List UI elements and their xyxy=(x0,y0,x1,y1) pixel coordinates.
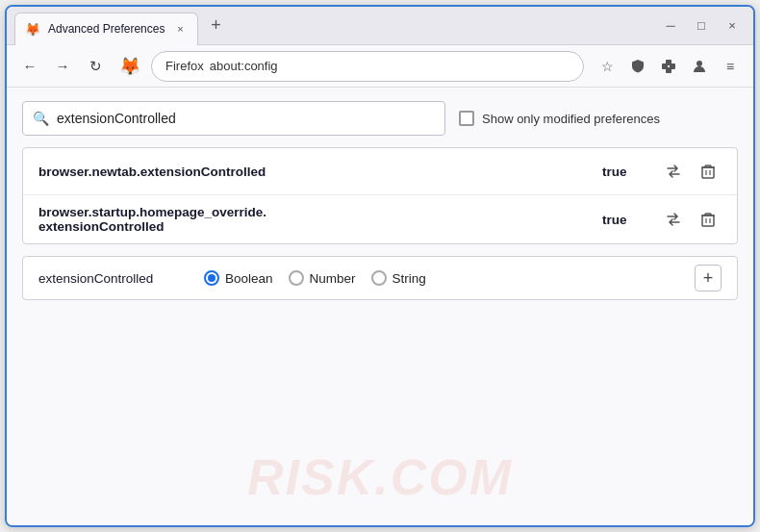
table-row: browser.startup.homepage_override. exten… xyxy=(23,195,737,243)
radio-boolean-label: Boolean xyxy=(225,271,273,286)
close-button[interactable]: × xyxy=(719,15,746,37)
radio-string-label: String xyxy=(393,271,426,286)
add-pref-button[interactable]: + xyxy=(695,265,722,291)
svg-rect-3 xyxy=(666,67,671,73)
minimize-button[interactable]: ─ xyxy=(657,15,684,37)
svg-rect-9 xyxy=(702,215,714,226)
svg-point-4 xyxy=(697,61,702,66)
delete-button-1[interactable] xyxy=(695,158,722,185)
show-modified-label: Show only modified preferences xyxy=(482,112,660,126)
window-controls: ─ □ × xyxy=(657,15,746,37)
show-modified-row: Show only modified preferences xyxy=(459,111,660,126)
star-button[interactable]: ☆ xyxy=(594,53,621,80)
svg-rect-5 xyxy=(702,167,714,178)
result-value-2: true xyxy=(602,213,650,227)
swap-button-1[interactable] xyxy=(660,158,687,185)
radio-boolean[interactable]: Boolean xyxy=(204,270,273,286)
result-value-1: true xyxy=(602,165,650,179)
firefox-logo: 🦊 xyxy=(118,55,141,78)
shield-button[interactable] xyxy=(624,53,651,80)
radio-number-circle[interactable] xyxy=(289,270,304,286)
tab-close-button[interactable]: × xyxy=(172,21,188,37)
table-row: browser.newtab.extensionControlled true xyxy=(23,148,737,195)
toolbar-icons: ☆ ≡ xyxy=(594,53,744,80)
search-input[interactable] xyxy=(57,111,435,126)
show-modified-checkbox[interactable] xyxy=(459,111,474,126)
search-icon: 🔍 xyxy=(33,111,49,126)
title-bar: 🦊 Advanced Preferences × + ─ □ × xyxy=(7,7,753,45)
content-area: RISK.COM 🔍 Show only modified preference… xyxy=(7,88,753,525)
browser-window: 🦊 Advanced Preferences × + ─ □ × ← → ↻ 🦊… xyxy=(5,5,755,527)
address-url: about:config xyxy=(210,59,278,73)
result-name-2-line1: browser.startup.homepage_override. xyxy=(38,205,593,219)
svg-rect-2 xyxy=(666,60,671,65)
results-table: browser.newtab.extensionControlled true xyxy=(22,147,738,244)
delete-button-2[interactable] xyxy=(695,206,722,233)
back-button[interactable]: ← xyxy=(16,53,43,80)
search-box[interactable]: 🔍 xyxy=(22,101,445,136)
swap-button-2[interactable] xyxy=(660,206,687,233)
browser-name: Firefox xyxy=(165,59,204,73)
active-tab[interactable]: 🦊 Advanced Preferences × xyxy=(14,13,198,45)
account-button[interactable] xyxy=(686,53,713,80)
radio-boolean-circle[interactable] xyxy=(204,270,219,286)
result-actions-1 xyxy=(660,158,722,185)
result-name-2-line2: extensionControlled xyxy=(38,219,593,234)
radio-string[interactable]: String xyxy=(371,270,426,286)
add-pref-name: extensionControlled xyxy=(38,271,192,286)
new-tab-button[interactable]: + xyxy=(202,13,229,39)
nav-bar: ← → ↻ 🦊 Firefox about:config ☆ xyxy=(7,45,753,88)
maximize-button[interactable]: □ xyxy=(688,15,715,37)
address-bar[interactable]: Firefox about:config xyxy=(151,51,584,82)
reload-button[interactable]: ↻ xyxy=(82,53,109,80)
extension-button[interactable] xyxy=(655,53,682,80)
result-actions-2 xyxy=(660,206,722,233)
radio-number[interactable]: Number xyxy=(289,270,356,286)
result-name-2: browser.startup.homepage_override. exten… xyxy=(38,205,593,234)
search-row: 🔍 Show only modified preferences xyxy=(22,101,738,136)
result-name-1: browser.newtab.extensionControlled xyxy=(38,165,593,179)
forward-button[interactable]: → xyxy=(49,53,76,80)
radio-number-label: Number xyxy=(310,271,356,286)
type-radio-group: Boolean Number String xyxy=(204,270,683,286)
watermark: RISK.COM xyxy=(247,448,513,506)
add-preference-row: extensionControlled Boolean Number Strin… xyxy=(22,256,738,300)
radio-string-circle[interactable] xyxy=(371,270,387,286)
tab-title: Advanced Preferences xyxy=(48,22,165,36)
menu-button[interactable]: ≡ xyxy=(717,53,744,80)
